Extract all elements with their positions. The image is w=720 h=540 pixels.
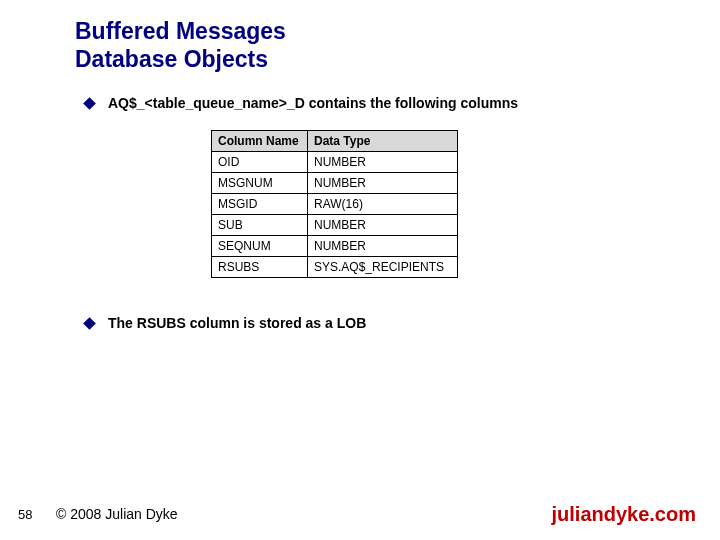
table-row: SEQNUM NUMBER — [212, 236, 458, 257]
table-row: OID NUMBER — [212, 152, 458, 173]
cell-col-name: SUB — [212, 215, 308, 236]
cell-col-name: OID — [212, 152, 308, 173]
col-header-name: Column Name — [212, 131, 308, 152]
slide-title: Buffered Messages Database Objects — [75, 18, 286, 73]
cell-col-type: NUMBER — [308, 215, 458, 236]
site-url: juliandyke.com — [552, 503, 697, 526]
slide-number: 58 — [18, 507, 48, 522]
cell-col-name: MSGID — [212, 194, 308, 215]
cell-col-type: SYS.AQ$_RECIPIENTS — [308, 257, 458, 278]
diamond-bullet-icon — [83, 317, 96, 330]
diamond-bullet-icon — [83, 97, 96, 110]
title-line-1: Buffered Messages — [75, 18, 286, 46]
bullet-2: The RSUBS column is stored as a LOB — [85, 315, 366, 331]
title-line-2: Database Objects — [75, 46, 286, 74]
table-header-row: Column Name Data Type — [212, 131, 458, 152]
table-row: MSGID RAW(16) — [212, 194, 458, 215]
cell-col-type: NUMBER — [308, 173, 458, 194]
cell-col-type: RAW(16) — [308, 194, 458, 215]
cell-col-name: RSUBS — [212, 257, 308, 278]
bullet-1: AQ$_<table_queue_name>_D contains the fo… — [85, 95, 518, 111]
cell-col-type: NUMBER — [308, 236, 458, 257]
table-row: MSGNUM NUMBER — [212, 173, 458, 194]
cell-col-type: NUMBER — [308, 152, 458, 173]
columns-table: Column Name Data Type OID NUMBER MSGNUM … — [211, 130, 458, 278]
table-row: RSUBS SYS.AQ$_RECIPIENTS — [212, 257, 458, 278]
bullet-2-text: The RSUBS column is stored as a LOB — [108, 315, 366, 331]
table-row: SUB NUMBER — [212, 215, 458, 236]
cell-col-name: SEQNUM — [212, 236, 308, 257]
cell-col-name: MSGNUM — [212, 173, 308, 194]
bullet-1-text: AQ$_<table_queue_name>_D contains the fo… — [108, 95, 518, 111]
copyright-text: © 2008 Julian Dyke — [56, 506, 178, 522]
col-header-type: Data Type — [308, 131, 458, 152]
